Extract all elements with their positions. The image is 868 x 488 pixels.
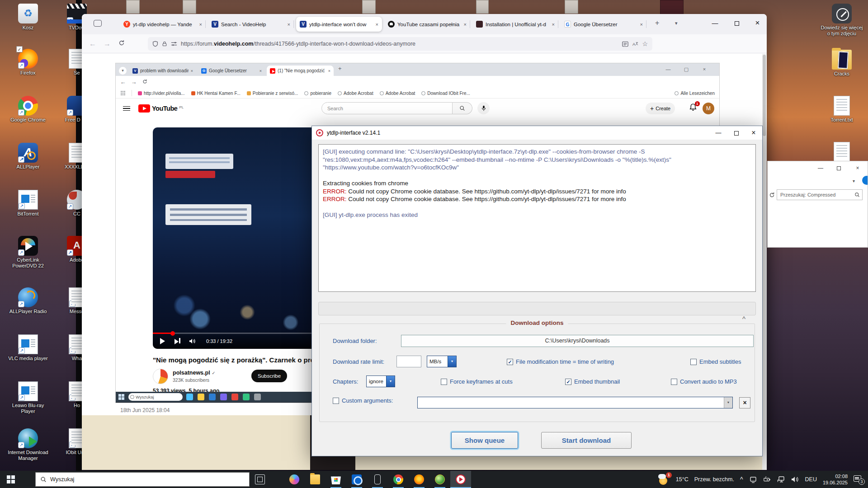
reload-icon[interactable] <box>114 40 129 48</box>
explorer-search-input[interactable]: Przeszukaj: Compressed <box>777 189 863 200</box>
taskbar-app-phone[interactable] <box>367 471 388 488</box>
tab-close-icon[interactable]: × <box>464 22 467 27</box>
chapters-dropdown[interactable]: ignore▼ <box>366 375 395 387</box>
translate-icon[interactable]: A <box>632 41 638 47</box>
desktop-icon-internet-download-manager[interactable]: ↗Internet Download Manager <box>5 428 51 461</box>
forward-icon[interactable]: → <box>100 40 114 48</box>
explorer-minimize-button[interactable]: — <box>813 162 828 174</box>
taskbar-app-copilot[interactable] <box>284 471 305 488</box>
custom-arguments-input[interactable]: ▼ <box>417 397 733 408</box>
browser-tab-ytdlp-interface-won-t-dow[interactable]: Vytdlp-interface won't dow× <box>296 17 382 32</box>
start-button[interactable] <box>0 471 22 488</box>
weather-icon[interactable]: 1 <box>658 474 670 485</box>
task-view-icon[interactable] <box>255 474 265 484</box>
desktop-icon-leawo-blu-ray-player[interactable]: ↗Leawo Blu-ray Player <box>5 381 51 414</box>
minimize-button[interactable]: — <box>705 14 725 32</box>
taskbar-app-chrome[interactable] <box>388 471 409 488</box>
shortcut-arrow-icon: ↗ <box>18 109 24 116</box>
desktop-icon-bittorrent[interactable]: ↗BitTorrent <box>5 190 51 217</box>
tab-close-icon[interactable]: × <box>640 22 643 27</box>
explorer-close-button[interactable]: × <box>850 162 865 174</box>
browser-tab-youtube-czasami-pope-nia[interactable]: YouTube czasami popełnia× <box>384 17 470 32</box>
desktop-icon-google-chrome[interactable]: ↗Google Chrome <box>5 96 51 123</box>
reader-mode-icon[interactable] <box>622 41 628 47</box>
ribbon-chevron-icon[interactable]: ▾ <box>853 178 855 183</box>
network-icon[interactable] <box>777 475 785 483</box>
browser-tab-google-bersetzer[interactable]: GGoogle Übersetzer× <box>561 17 646 32</box>
maximize-button[interactable] <box>726 14 747 32</box>
weather-condition[interactable]: Przew. bezchm. <box>694 476 734 483</box>
explorer-maximize-button[interactable] <box>831 162 846 174</box>
taskbar-app-globe[interactable] <box>429 471 450 488</box>
rate-limit-input[interactable] <box>396 356 421 367</box>
selection-checkbox[interactable]: ✓ <box>16 46 23 52</box>
desktop-icon-cyberlink-powerdvd-22[interactable]: ↗CyberLink PowerDVD 22 <box>5 236 51 269</box>
show-queue-button[interactable]: Show queue <box>451 432 518 449</box>
start-download-button[interactable]: Start download <box>541 432 632 449</box>
list-tabs-button[interactable]: ▾ <box>675 20 678 26</box>
custom-arguments-checkbox[interactable]: Custom arguments: <box>333 397 393 404</box>
browser-tab-installation-unofficial-yt-d[interactable]: Installation | Unofficial yt-d× <box>472 17 558 32</box>
checkbox-file-modification-time-time-of-writing[interactable]: ✓File modification time = time of writin… <box>507 358 614 365</box>
back-icon[interactable]: ← <box>85 40 100 48</box>
battery-icon[interactable] <box>763 475 771 483</box>
ytdlp-maximize-button[interactable] <box>728 126 745 140</box>
checkbox-convert-audio-to-mp3[interactable]: Convert audio to MP3 <box>671 378 737 385</box>
temperature[interactable]: 15°C <box>676 476 689 483</box>
volume-icon[interactable] <box>791 475 799 483</box>
taskbar-clock[interactable]: 02:0819.06.2025 <box>823 473 848 486</box>
taskbar-app-firefox[interactable] <box>409 471 429 488</box>
desktop-icon-firefox[interactable]: ↗✓Firefox <box>5 49 51 76</box>
url-bar[interactable]: https://forum.videohelp.com/threads/4175… <box>148 37 652 51</box>
clear-arguments-button[interactable]: × <box>739 397 750 408</box>
desktop-icon-kosz[interactable]: Kosz <box>5 4 51 31</box>
tab-close-icon[interactable]: × <box>288 22 290 27</box>
inner-taskbar-app-icon <box>186 394 193 400</box>
browser-tab-yt-dlp-videohelp-yande[interactable]: Yyt-dlp videohelp — Yande× <box>120 17 206 32</box>
ytdlp-console-output[interactable]: [GUI] executing command line: "C:\Users\… <box>318 144 756 292</box>
tab-close-icon[interactable]: × <box>199 22 202 27</box>
collapse-options-chevron-icon[interactable]: ^ <box>742 315 745 323</box>
notification-center-icon[interactable]: 3 <box>854 475 863 484</box>
desktop-icon-item[interactable] <box>819 142 864 163</box>
tab-close-icon[interactable]: × <box>552 22 555 27</box>
page-scrollbar[interactable] <box>762 54 766 470</box>
checkbox-embed-thumbnail[interactable]: ✓Embed thumbnail <box>565 378 620 385</box>
desktop-icon-allplayer-radio[interactable]: ↗ALLPlayer Radio <box>5 287 51 314</box>
tab-close-icon[interactable]: × <box>376 22 378 27</box>
inner-new-tab-icon: + <box>338 65 342 72</box>
ytdlp-minimize-button[interactable]: — <box>710 126 727 140</box>
download-folder-field[interactable]: C:\Users\krysi\Downloads <box>401 335 754 347</box>
desktop-icon-cracks[interactable]: Cracks <box>819 50 864 77</box>
close-button[interactable]: × <box>747 14 768 32</box>
inner-back-icon: ← <box>118 79 128 85</box>
tray-chevron-icon[interactable]: ^ <box>740 476 743 483</box>
ytdlp-window-title: ytdlp-interface v2.14.1 <box>327 130 380 136</box>
taskbar-app-store[interactable] <box>326 471 346 488</box>
language-indicator[interactable]: DEU <box>805 476 817 483</box>
rate-unit-dropdown[interactable]: MB/s▼ <box>427 356 457 367</box>
ytdlp-close-button[interactable]: × <box>745 126 762 140</box>
tab-title: Google Übersetzer <box>574 22 637 27</box>
firefox-view-icon[interactable] <box>94 20 102 27</box>
cast-icon[interactable] <box>749 475 757 483</box>
explorer-icon <box>310 474 320 484</box>
taskbar-search-input[interactable]: Wyszukaj <box>35 472 250 487</box>
browser-tab-search-videohelp[interactable]: VSearch - VideoHelp× <box>208 17 294 32</box>
refresh-icon[interactable] <box>769 192 775 198</box>
idm-icon: ↗ <box>18 428 38 448</box>
checkbox-embed-subtitles[interactable]: Embed subtitles <box>690 358 741 365</box>
desktop-icon-vlc-media-player[interactable]: ↗VLC media player <box>5 334 51 361</box>
taskbar-app-explorer[interactable] <box>305 471 326 488</box>
ytdlp-title-bar[interactable]: ytdlp-interface v2.14.1 — × <box>312 126 762 140</box>
desktop-icon-dowiedz-si-wi-cej-o-tym-zdj-ciu[interactable]: Dowiedz się więcej o tym zdjęciu <box>819 4 864 37</box>
taskbar-app-outlook[interactable] <box>346 471 367 488</box>
taskbar-app-ytdlp[interactable] <box>450 471 471 488</box>
background-window-fragment <box>476 0 489 14</box>
new-tab-button[interactable]: + <box>655 19 659 27</box>
desktop-icon-allplayer[interactable]: ↗ALLPlayer <box>5 143 51 170</box>
checkbox-force-keyframes-at-cuts[interactable]: Force keyframes at cuts <box>441 378 513 385</box>
permissions-icon[interactable] <box>171 41 177 47</box>
bookmark-star-icon[interactable]: ☆ <box>642 40 648 47</box>
desktop-icon-torrent-txt[interactable]: Torrent.txt <box>819 96 864 123</box>
